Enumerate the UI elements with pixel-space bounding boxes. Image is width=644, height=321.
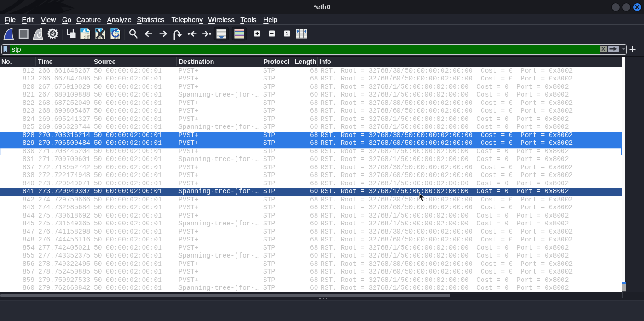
svg-text:0111: 0111: [84, 37, 90, 40]
svg-text:1: 1: [286, 31, 288, 36]
